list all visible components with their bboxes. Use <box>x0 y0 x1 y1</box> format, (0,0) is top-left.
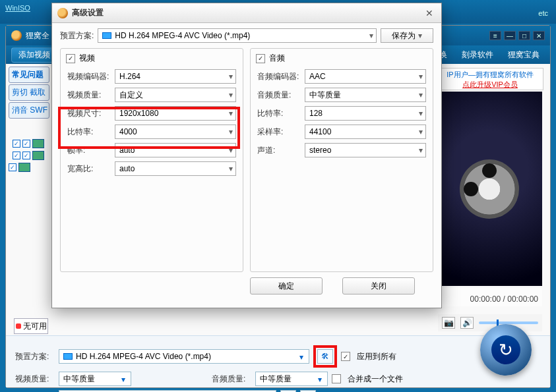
record-icon <box>16 323 21 329</box>
v-encoder-select[interactable]: H.264▾ <box>115 69 236 84</box>
v-size-value: 1920x1080 <box>119 109 158 118</box>
v-quality-select[interactable]: 自定义▾ <box>115 88 236 102</box>
a-channel-select[interactable]: stereo▾ <box>305 143 426 157</box>
advanced-settings-button[interactable]: 🛠 <box>317 349 333 364</box>
a-sample-value: 44100 <box>309 127 331 136</box>
a-quality-value: 中等质量 <box>309 90 341 101</box>
v-bitrate-select[interactable]: 4000▾ <box>115 125 236 139</box>
tree-row[interactable]: ✓✓ <box>13 151 53 160</box>
advanced-settings-dialog: 高级设置 ✕ 预置方案: HD H.264 MPEG-4 AVC Video (… <box>51 3 442 308</box>
video-group-title: 视频 <box>79 53 95 64</box>
dialog-body: 预置方案: HD H.264 MPEG-4 AVC Video (*.mp4) … <box>52 23 441 300</box>
record-button[interactable]: 无可用 <box>14 318 48 334</box>
a-sample-select[interactable]: 44100▾ <box>305 125 426 139</box>
tree-row[interactable]: ✓ <box>9 163 53 172</box>
app-icon <box>11 30 22 41</box>
vq-value: 中等质量 <box>63 374 95 385</box>
apply-all-label: 应用到所有 <box>357 351 396 362</box>
preset-select[interactable]: HD H.264 MPEG-4 AVC Video (*.mp4) ▾ <box>59 349 309 364</box>
dialog-title: 高级设置 <box>72 7 423 18</box>
video-enable-checkbox[interactable]: ✓ <box>66 54 75 63</box>
aq-select[interactable]: 中等质量▾ <box>255 372 328 386</box>
start-convert-button[interactable]: ↻ <box>480 324 532 376</box>
checkbox-icon[interactable]: ✓ <box>22 140 30 148</box>
audio-group: ✓音频 音频编码器:AAC▾ 音频质量:中等质量▾ 比特率:128▾ 采样率:4… <box>250 48 433 272</box>
tree-row[interactable]: ✓✓ <box>13 139 53 148</box>
chevron-down-icon: ▾ <box>369 31 373 40</box>
a-bitrate-select[interactable]: 128▾ <box>305 106 426 121</box>
v-fps-value: auto <box>119 146 135 155</box>
checkbox-icon[interactable]: ✓ <box>9 163 16 171</box>
v-fps-select[interactable]: auto▾ <box>115 143 236 157</box>
audio-group-title: 音频 <box>269 53 285 64</box>
time-display: 00:00:00 / 00:00:00 <box>438 288 542 306</box>
chevron-down-icon: ▾ <box>229 146 233 155</box>
refresh-icon: ↻ <box>491 335 520 364</box>
checkbox-icon[interactable]: ✓ <box>13 152 20 159</box>
v-aspect-label: 宽高比: <box>67 163 111 175</box>
close-button[interactable]: 关闭 <box>342 277 415 294</box>
snapshot-button[interactable]: 📷 <box>442 317 455 329</box>
v-aspect-select[interactable]: auto▾ <box>115 161 236 176</box>
a-encoder-select[interactable]: AAC▾ <box>305 69 426 84</box>
chevron-down-icon: ▾ <box>419 146 423 155</box>
tab-cut[interactable]: 剪切 截取 <box>9 84 49 101</box>
v-size-select[interactable]: 1920x1080▾ <box>115 106 236 121</box>
highlight-box: 🛠 <box>313 345 337 368</box>
side-tabs: 常见问题 剪切 截取 消音 SWF <box>6 65 51 120</box>
save-as-button[interactable]: 保存为▾ <box>381 28 433 43</box>
v-bitrate-label: 比特率: <box>67 126 111 138</box>
video-preview <box>437 92 542 286</box>
a-quality-select[interactable]: 中等质量▾ <box>305 88 426 102</box>
ok-button[interactable]: 确定 <box>250 277 323 294</box>
window-close-button[interactable]: ✕ <box>533 31 545 40</box>
dialog-close-button[interactable]: ✕ <box>423 7 436 20</box>
dialog-icon <box>57 8 68 18</box>
chevron-down-icon: ▾ <box>297 352 306 362</box>
apply-all-checkbox[interactable]: ✓ <box>341 352 350 361</box>
thumbnail-icon <box>32 139 44 148</box>
checkbox-icon[interactable]: ✓ <box>13 140 20 148</box>
desktop-shortcut[interactable]: WinISO <box>5 4 30 12</box>
chevron-down-icon: ▾ <box>229 127 233 136</box>
promo-box: IP用户—拥有狸窝所有软件 点此升级VIP会员 <box>437 68 543 90</box>
v-bitrate-value: 4000 <box>119 127 137 136</box>
dlg-preset-label: 预置方案: <box>60 30 94 42</box>
a-channel-label: 声道: <box>257 145 301 156</box>
preset-label: 预置方案: <box>15 351 55 362</box>
audio-enable-checkbox[interactable]: ✓ <box>256 54 265 63</box>
chevron-down-icon: ▾ <box>119 375 128 384</box>
v-fps-label: 帧率: <box>67 145 111 156</box>
add-video-button[interactable]: 添加视频 <box>11 47 57 63</box>
video-format-icon <box>63 353 73 360</box>
promo-upgrade-link[interactable]: 点此升级VIP会员 <box>437 80 543 90</box>
ok-label: 确定 <box>278 281 294 292</box>
dlg-preset-select[interactable]: HD H.264 MPEG-4 AVC Video (*.mp4) ▾ <box>98 28 377 43</box>
v-quality-label: 视频质量: <box>67 90 111 101</box>
film-reel-icon <box>460 159 519 219</box>
tab-faq[interactable]: 常见问题 <box>9 67 49 83</box>
aq-label: 音频质量: <box>212 374 251 385</box>
a-encoder-value: AAC <box>309 72 326 81</box>
window-min-button[interactable]: — <box>504 31 516 40</box>
checkbox-icon[interactable]: ✓ <box>22 152 30 159</box>
vq-select[interactable]: 中等质量▾ <box>59 372 131 386</box>
chevron-down-icon: ▾ <box>419 72 423 81</box>
window-max-button[interactable]: □ <box>518 31 530 40</box>
v-size-label: 视频尺寸: <box>67 108 111 119</box>
chevron-down-icon: ▾ <box>229 72 233 81</box>
volume-icon[interactable]: 🔊 <box>460 317 474 329</box>
dlg-preset-value: HD H.264 MPEG-4 AVC Video (*.mp4) <box>115 31 250 40</box>
aq-value: 中等质量 <box>260 374 292 385</box>
a-bitrate-label: 比特率: <box>257 108 301 119</box>
chevron-down-icon: ▾ <box>229 90 233 99</box>
desktop-etc: etc <box>538 9 548 17</box>
menu-burn[interactable]: 刻录软件 <box>456 49 499 61</box>
tab-mute[interactable]: 消音 SWF <box>9 102 49 119</box>
chevron-down-icon: ▾ <box>419 90 423 99</box>
a-bitrate-value: 128 <box>309 109 323 118</box>
window-tool-button[interactable]: ≡ <box>489 31 501 40</box>
merge-checkbox[interactable] <box>332 374 341 383</box>
a-channel-value: stereo <box>309 146 331 155</box>
menu-baodian[interactable]: 狸窝宝典 <box>503 49 545 61</box>
